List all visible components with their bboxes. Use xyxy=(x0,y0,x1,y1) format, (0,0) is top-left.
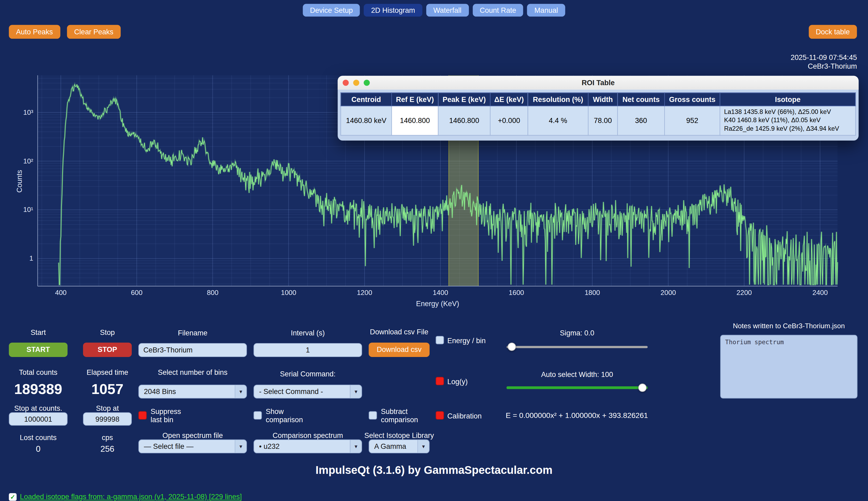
comparison-spectrum-select[interactable]: • u232 ▾ xyxy=(253,439,362,454)
notes-textarea[interactable]: Thorium spectrum xyxy=(720,335,858,398)
x-axis-title: Energy (KeV) xyxy=(38,299,837,308)
suppress-last-bin-checkbox[interactable] xyxy=(138,411,147,419)
svg-text:10²: 10² xyxy=(23,157,33,165)
svg-text:1400: 1400 xyxy=(433,289,448,297)
notes-label: Notes written to CeBr3-Thorium.json xyxy=(720,322,858,330)
sigma-slider[interactable] xyxy=(506,343,647,351)
clear-peaks-button[interactable]: Clear Peaks xyxy=(67,25,120,39)
auto-peaks-button[interactable]: Auto Peaks xyxy=(9,25,60,39)
app-title: ImpulseQt (3.1.6) by GammaSpectacular.co… xyxy=(0,464,868,477)
status-bar: ✓ Loaded isotope flags from: a-gamma.jso… xyxy=(9,492,242,501)
svg-text:1000: 1000 xyxy=(281,289,296,297)
tab-device-setup[interactable]: Device Setup xyxy=(303,4,360,17)
logy-checkbox[interactable] xyxy=(436,377,444,385)
elapsed-time-label: Elapsed time xyxy=(83,368,132,376)
comparison-spectrum-label: Comparison spectrum xyxy=(253,431,362,439)
tab-waterfall[interactable]: Waterfall xyxy=(426,4,469,17)
label-line: Suppress xyxy=(151,407,201,416)
timestamp: 2025-11-09 07:54:45 xyxy=(791,53,857,62)
energy-bin-label: Energy / bin xyxy=(447,337,503,345)
serial-command-select[interactable]: - Select Command - ▾ xyxy=(253,385,362,398)
top-nav: Device Setup 2D Histogram Waterfall Coun… xyxy=(0,4,868,17)
spectrum-name: CeBr3-Thorium xyxy=(791,62,857,71)
auto-width-slider-thumb[interactable] xyxy=(638,384,646,392)
timestamp-block: 2025-11-09 07:54:45 CeBr3-Thorium xyxy=(791,53,857,71)
svg-text:400: 400 xyxy=(55,289,66,297)
auto-width-slider-track[interactable] xyxy=(506,386,647,389)
chevron-down-icon: ▾ xyxy=(350,440,362,453)
elapsed-time-value: 1057 xyxy=(83,381,132,398)
roi-header-row: Centroid Ref E (keV) Peak E (keV) ΔE (ke… xyxy=(341,93,856,106)
bins-label: Select number of bins xyxy=(138,368,247,376)
svg-text:600: 600 xyxy=(131,289,142,297)
dock-table-button[interactable]: Dock table xyxy=(808,25,857,39)
col-peak-e: Peak E (keV) xyxy=(438,93,490,106)
sigma-slider-track[interactable] xyxy=(506,346,647,348)
roi-window-titlebar[interactable]: ROI Table xyxy=(338,76,858,90)
isotope-library-value: A Gamma xyxy=(374,442,406,450)
stop-at-counts-input[interactable] xyxy=(9,412,67,426)
label-line: comparison xyxy=(381,416,436,424)
show-comparison-checkbox[interactable] xyxy=(253,411,262,419)
minimize-button[interactable] xyxy=(353,79,359,86)
close-button[interactable] xyxy=(343,79,349,86)
download-csv-button[interactable]: Download csv xyxy=(369,343,430,357)
roi-window-title: ROI Table xyxy=(582,78,615,87)
col-gross-counts: Gross counts xyxy=(665,93,720,106)
auto-width-slider[interactable] xyxy=(506,384,647,392)
svg-text:2000: 2000 xyxy=(660,289,676,297)
interval-input[interactable] xyxy=(253,343,362,357)
roi-table-window[interactable]: ROI Table Centroid Ref E (keV) Peak E (k… xyxy=(338,76,858,140)
total-counts-label: Total counts xyxy=(9,368,67,376)
stop-button[interactable]: STOP xyxy=(83,343,132,357)
cell-peak-e: 1460.800 xyxy=(438,106,490,135)
cps-value: 256 xyxy=(83,444,132,453)
col-width: Width xyxy=(588,93,617,106)
sigma-slider-thumb[interactable] xyxy=(508,343,516,351)
sigma-label: Sigma: 0.0 xyxy=(506,329,647,337)
stop-at-seconds-input[interactable] xyxy=(83,412,132,426)
show-comparison-label: Show comparison xyxy=(266,407,321,424)
isotope-line: La138 1435.8 keV (66%), Δ25.00 keV xyxy=(724,108,851,116)
svg-text:2400: 2400 xyxy=(812,289,828,297)
start-label: Start xyxy=(9,328,67,337)
chevron-down-icon: ▾ xyxy=(235,385,246,398)
calibration-checkbox[interactable] xyxy=(436,411,444,419)
label-line: last bin xyxy=(151,416,201,424)
tab-2d-histogram[interactable]: 2D Histogram xyxy=(364,4,422,17)
tab-count-rate[interactable]: Count Rate xyxy=(473,4,523,17)
cell-centroid: 1460.80 keV xyxy=(341,106,392,135)
cell-resolution: 4.4 % xyxy=(528,106,588,135)
label-line: Subtract xyxy=(381,407,436,416)
filename-label: Filename xyxy=(138,329,247,337)
check-icon: ✓ xyxy=(9,493,17,500)
chevron-down-icon: ▾ xyxy=(350,385,362,398)
auto-width-label: Auto select Width: 100 xyxy=(506,370,647,379)
filename-input[interactable] xyxy=(138,343,247,357)
cps-label: cps xyxy=(83,433,132,441)
cell-delta-e: +0.000 xyxy=(490,106,528,135)
label-line: Show xyxy=(266,407,321,416)
roi-data-row: 1460.80 keV 1460.800 1460.800 +0.000 4.4… xyxy=(341,106,856,135)
svg-text:1800: 1800 xyxy=(585,289,600,297)
tab-manual[interactable]: Manual xyxy=(527,4,565,17)
isotope-library-select[interactable]: A Gamma ▾ xyxy=(369,439,430,454)
col-centroid: Centroid xyxy=(341,93,392,106)
open-spectrum-file-select[interactable]: — Select file — ▾ xyxy=(138,439,247,454)
start-button[interactable]: START xyxy=(9,343,67,357)
cell-isotope: La138 1435.8 keV (66%), Δ25.00 keV K40 1… xyxy=(720,106,856,135)
spectrum-chart[interactable]: 4006008001000120014001600180020002200240… xyxy=(0,0,868,321)
cell-ref-e[interactable]: 1460.800 xyxy=(392,106,438,135)
calibration-equation: E = 0.000000x² + 1.000000x + 393.826261 xyxy=(469,411,685,419)
energy-bin-checkbox[interactable] xyxy=(436,336,444,344)
svg-text:10³: 10³ xyxy=(23,108,33,116)
download-csv-label: Download csv File xyxy=(363,328,435,336)
suppress-last-bin-label: Suppress last bin xyxy=(151,407,201,424)
bins-select[interactable]: 2048 Bins ▾ xyxy=(138,385,247,398)
comparison-spectrum-value: • u232 xyxy=(259,442,279,450)
subtract-comparison-checkbox[interactable] xyxy=(369,411,377,419)
svg-text:2200: 2200 xyxy=(737,289,752,297)
bins-select-value: 2048 Bins xyxy=(144,387,176,396)
zoom-button[interactable] xyxy=(364,79,370,86)
open-spectrum-file-label: Open spectrum file xyxy=(138,431,247,439)
